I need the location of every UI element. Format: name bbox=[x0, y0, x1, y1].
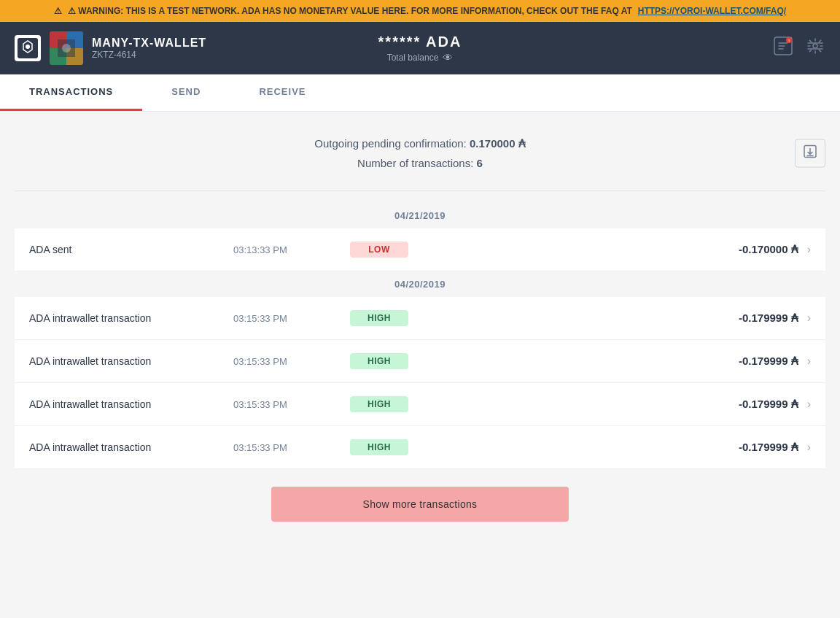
svg-point-1 bbox=[26, 45, 30, 49]
chevron-down-icon: › bbox=[807, 398, 811, 411]
tx-label: ADA intrawallet transaction bbox=[29, 312, 233, 324]
wallet-info: MANY-TX-WALLET ZKTZ-4614 bbox=[92, 36, 206, 60]
header-right: ! bbox=[555, 36, 825, 61]
table-row[interactable]: ADA intrawallet transaction 03:15:33 PM … bbox=[15, 297, 825, 340]
table-row[interactable]: ADA intrawallet transaction 03:15:33 PM … bbox=[15, 383, 825, 426]
tx-label: ADA intrawallet transaction bbox=[29, 355, 233, 367]
wallet-id: ZKTZ-4614 bbox=[92, 50, 206, 60]
tx-time: 03:15:33 PM bbox=[233, 442, 350, 453]
tx-amount: -0.170000 ₳ bbox=[739, 243, 798, 256]
table-row[interactable]: ADA sent 03:13:33 PM LOW -0.170000 ₳ › bbox=[15, 228, 825, 271]
fee-badge-high: HIGH bbox=[350, 396, 408, 412]
fee-badge-high: HIGH bbox=[350, 310, 408, 326]
tab-receive[interactable]: RECEIVE bbox=[230, 74, 335, 111]
tx-time: 03:15:33 PM bbox=[233, 313, 350, 324]
tx-label: ADA sent bbox=[29, 244, 233, 255]
fee-badge-high: HIGH bbox=[350, 353, 408, 369]
tab-send[interactable]: SEND bbox=[142, 74, 230, 111]
summary-section: Outgoing pending confirmation: 0.170000 … bbox=[15, 134, 825, 173]
table-row[interactable]: ADA intrawallet transaction 03:15:33 PM … bbox=[15, 340, 825, 383]
summary-divider bbox=[15, 190, 825, 191]
tx-amount: -0.179999 ₳ bbox=[739, 355, 798, 368]
tx-label: ADA intrawallet transaction bbox=[29, 441, 233, 453]
wallet-avatar bbox=[50, 31, 83, 65]
wallet-name: MANY-TX-WALLET bbox=[92, 36, 206, 50]
show-more-transactions-button[interactable]: Show more transactions bbox=[271, 487, 569, 522]
svg-point-12 bbox=[813, 44, 817, 48]
balance-label: Total balance 👁 bbox=[285, 52, 556, 63]
pending-label: Outgoing pending confirmation: bbox=[314, 137, 466, 150]
notifications-button[interactable]: ! bbox=[773, 36, 793, 61]
main-content: Outgoing pending confirmation: 0.170000 … bbox=[0, 112, 840, 561]
app-logo bbox=[15, 35, 41, 61]
tx-label: ADA intrawallet transaction bbox=[29, 398, 233, 410]
date-header-2: 04/20/2019 bbox=[15, 271, 825, 297]
tabs: TRANSACTIONS SEND RECEIVE bbox=[0, 74, 840, 112]
tx-time: 03:15:33 PM bbox=[233, 399, 350, 410]
tx-fee-badge: HIGH bbox=[350, 310, 438, 326]
pending-amount: 0.170000 ₳ bbox=[470, 137, 526, 150]
svg-point-8 bbox=[62, 44, 71, 53]
tx-fee-badge: LOW bbox=[350, 242, 438, 258]
tx-count-label: Number of transactions: bbox=[357, 157, 473, 169]
tx-fee-badge: HIGH bbox=[350, 396, 438, 412]
tx-amount: -0.179999 ₳ bbox=[739, 312, 798, 325]
tx-amount: -0.179999 ₳ bbox=[739, 441, 798, 454]
tx-fee-badge: HIGH bbox=[350, 353, 438, 369]
fee-badge-low: LOW bbox=[350, 242, 408, 258]
tx-fee-badge: HIGH bbox=[350, 439, 438, 455]
fee-badge-high: HIGH bbox=[350, 439, 408, 455]
toggle-balance-icon[interactable]: 👁 bbox=[443, 52, 453, 63]
warning-link[interactable]: HTTPS://YOROI-WALLET.COM/FAQ/ bbox=[638, 6, 786, 16]
tx-time: 03:13:33 PM bbox=[233, 244, 350, 255]
header-center: ****** ADA Total balance 👁 bbox=[285, 34, 556, 63]
tx-time: 03:15:33 PM bbox=[233, 356, 350, 367]
chevron-down-icon: › bbox=[807, 312, 811, 325]
export-button[interactable] bbox=[795, 139, 825, 168]
tx-amount: -0.179999 ₳ bbox=[739, 398, 798, 411]
warning-text: ⚠ WARNING: THIS IS A TEST NETWORK. ADA H… bbox=[68, 6, 632, 16]
warning-bar: ⚠ ⚠ WARNING: THIS IS A TEST NETWORK. ADA… bbox=[0, 0, 840, 22]
chevron-down-icon: › bbox=[807, 355, 811, 368]
tab-transactions[interactable]: TRANSACTIONS bbox=[0, 74, 142, 111]
balance-amount: ****** ADA bbox=[285, 34, 556, 50]
chevron-down-icon: › bbox=[807, 441, 811, 454]
summary-text: Outgoing pending confirmation: 0.170000 … bbox=[15, 134, 825, 173]
header-left: MANY-TX-WALLET ZKTZ-4614 bbox=[15, 31, 285, 65]
chevron-down-icon: › bbox=[807, 243, 811, 256]
warning-icon: ⚠ bbox=[54, 6, 62, 16]
settings-button[interactable] bbox=[805, 36, 825, 61]
header: MANY-TX-WALLET ZKTZ-4614 ****** ADA Tota… bbox=[0, 22, 840, 74]
date-header-1: 04/21/2019 bbox=[15, 203, 825, 228]
tx-count: 6 bbox=[477, 157, 483, 169]
table-row[interactable]: ADA intrawallet transaction 03:15:33 PM … bbox=[15, 426, 825, 469]
